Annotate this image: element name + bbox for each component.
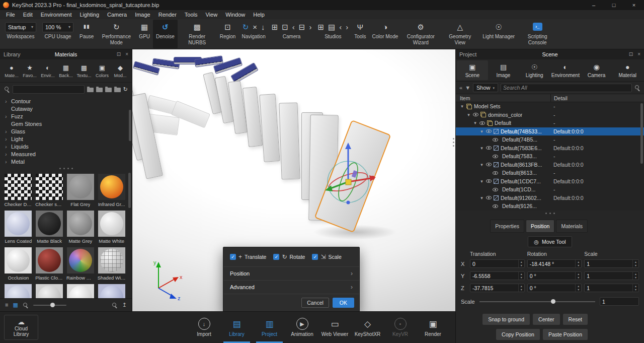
scene-tree-row[interactable]: ▾ Default - [456, 119, 644, 127]
spin-up-icon[interactable]: ▴ [635, 272, 636, 276]
scale-slider[interactable] [479, 301, 595, 302]
library-category-button[interactable]: ★ Favo... [21, 64, 38, 78]
transform-option-checkbox[interactable]: ✓ ↻ Rotate [273, 254, 305, 260]
dialog-position-row[interactable]: Position › [223, 266, 359, 280]
filter-icon[interactable]: ▼ [465, 85, 470, 91]
library-category-button[interactable]: ▩ Textu... [75, 64, 93, 78]
spin-down-icon[interactable]: ▾ [521, 288, 522, 291]
bottombar-item[interactable]: ▶ Animation [286, 312, 318, 343]
project-tab[interactable]: ● Material [612, 60, 643, 80]
toolbar-button[interactable]: ▾ ▮▮ Pause [76, 20, 97, 48]
material-category-row[interactable]: › Contour [0, 97, 132, 105]
expand-chevron-icon[interactable]: ▾ [479, 129, 484, 134]
slider-handle[interactable] [50, 303, 55, 307]
toolbar-button[interactable]: ▾ ▦ GPU [136, 20, 153, 48]
material-category-row[interactable]: › Glass [0, 127, 132, 135]
panel-splitter-handle[interactable] [456, 211, 644, 216]
toolbar-button[interactable]: ▾ ☉ Light Manager [479, 20, 518, 48]
cloud-library-button[interactable]: ☁ Cloud Library [4, 315, 38, 340]
action-button[interactable]: Snap to ground [482, 314, 530, 325]
menu-item[interactable]: Camera [103, 12, 131, 18]
expand-chevron-icon[interactable]: ▾ [473, 120, 477, 125]
project-tab[interactable]: ▣ Scene [457, 60, 488, 80]
library-category-button[interactable]: ● Mate... [3, 64, 20, 78]
material-thumbnail[interactable]: Matte White [97, 211, 126, 244]
column-detail[interactable]: Detail [550, 94, 568, 102]
expand-chevron-icon[interactable]: ▾ [460, 104, 464, 109]
scene-tree-row[interactable]: Default(7583... - [456, 152, 644, 161]
library-search-input[interactable] [13, 85, 85, 94]
show-dropdown[interactable]: Show ▾ [473, 83, 498, 92]
material-thumbnail[interactable]: Plastic Clou... [35, 247, 64, 281]
material-thumbnail[interactable]: Infrared Gr... [97, 174, 126, 207]
translation-input[interactable]: -37.7815 ▴▾ [470, 284, 525, 292]
material-category-row[interactable]: Gem Stones [0, 120, 132, 127]
panel-splitter-handle[interactable] [453, 138, 454, 147]
properties-tab[interactable]: Properties [490, 220, 524, 233]
scene-tree-row[interactable]: ▾ Default(74B533... Default:0:0:0 [456, 127, 644, 136]
visibility-eye-icon[interactable] [486, 129, 492, 133]
import-folder-icon[interactable] [96, 88, 103, 92]
spin-down-icon[interactable]: ▾ [521, 264, 522, 267]
toolbar-button[interactable]: ▾ ↺ Denoise [153, 20, 178, 48]
scale-input[interactable]: 1 ▴▾ [584, 259, 639, 268]
scene-tree-row[interactable]: ▾ Model Sets - [456, 102, 644, 111]
visibility-eye-icon[interactable] [493, 138, 498, 142]
list-view-icon[interactable]: ≡ [5, 302, 8, 308]
scene-tree-row[interactable]: Default(1CD... - [456, 185, 644, 194]
translation-input[interactable]: 0 ▴▾ [470, 259, 525, 268]
menu-item[interactable]: Environment [37, 12, 76, 18]
materials-scrollbar[interactable] [128, 173, 131, 208]
bottombar-item[interactable]: ▤ Library [220, 312, 253, 343]
spin-down-icon[interactable]: ▾ [578, 276, 579, 279]
project-tab[interactable]: ☉ Lighting [519, 60, 550, 80]
grid-view-icon[interactable]: ▦ [13, 302, 18, 308]
toolbar-button[interactable]: 100 % ▾ CPU Usage [39, 20, 76, 48]
bottombar-item[interactable]: ◇ KeyShotXR [351, 312, 384, 343]
minimize-button[interactable]: – [584, 0, 604, 10]
clipboard-button[interactable]: Paste Position [543, 329, 588, 340]
menu-item[interactable]: Help [249, 12, 269, 18]
toolbar-button[interactable]: ▾ ↻×↓ Navigation [238, 20, 268, 48]
scene-tree-scrollbar[interactable] [640, 103, 643, 164]
refresh-library-icon[interactable]: ↻ [123, 87, 128, 92]
spin-down-icon[interactable]: ▾ [635, 288, 636, 291]
visibility-eye-icon[interactable] [493, 204, 498, 208]
ok-button[interactable]: OK [333, 298, 354, 308]
bottombar-item[interactable]: ▥ Project [253, 312, 286, 343]
scene-tree-row[interactable]: ▾ Default(8613FB... Default:0:0:0 [456, 161, 644, 169]
toolbar-button[interactable]: Startup ▾ Workspaces [2, 20, 39, 48]
spin-up-icon[interactable]: ▴ [521, 260, 522, 263]
menu-item[interactable]: View [201, 12, 221, 18]
material-thumbnail[interactable] [35, 284, 64, 298]
material-category-row[interactable]: › Liquids [0, 143, 132, 150]
send-to-library-icon[interactable]: ↥ [122, 302, 127, 308]
visibility-eye-icon[interactable] [486, 179, 492, 183]
material-thumbnail[interactable] [4, 284, 33, 298]
properties-tab[interactable]: Position [526, 220, 554, 233]
rotation-input[interactable]: 0 ° ▴▾ [527, 284, 582, 292]
material-thumbnail[interactable]: Checker shi... [35, 174, 64, 207]
toolbar-button[interactable]: ▾ ⊞⊡‹⊟› Camera [269, 20, 315, 48]
material-thumbnail[interactable]: Rainbow Gr... [66, 247, 95, 281]
spin-down-icon[interactable]: ▾ [578, 264, 579, 267]
action-button[interactable]: Reset [563, 314, 588, 325]
scene-tree-row[interactable]: ▾ dominos_color - [456, 111, 644, 119]
scene-tree-row[interactable]: ▾ Default(912602... Default:0:0:0 [456, 194, 644, 202]
visibility-eye-icon[interactable] [493, 188, 498, 191]
spin-down-icon[interactable]: ▾ [635, 264, 636, 267]
panel-splitter-handle[interactable] [0, 166, 132, 171]
float-panel-icon[interactable]: ⊡ [629, 52, 633, 57]
rotation-input[interactable]: 0 ° ▴▾ [527, 271, 582, 280]
menu-item[interactable]: File [2, 12, 19, 18]
visibility-eye-icon[interactable] [493, 171, 498, 175]
maximize-button[interactable]: □ [604, 0, 624, 10]
library-category-button[interactable]: ◆ Mod... [112, 64, 129, 78]
spin-down-icon[interactable]: ▾ [635, 276, 636, 279]
material-thumbnail[interactable]: Matte Grey [66, 211, 95, 244]
bottombar-item[interactable]: ▣ Render [417, 312, 449, 343]
add-folder-icon[interactable] [87, 88, 94, 92]
toolbar-button[interactable]: ▾ ⊞▤‹› Studios [314, 20, 351, 48]
bottombar-item[interactable]: ▭ Web Viewer [318, 312, 351, 343]
spin-down-icon[interactable]: ▾ [578, 288, 579, 291]
